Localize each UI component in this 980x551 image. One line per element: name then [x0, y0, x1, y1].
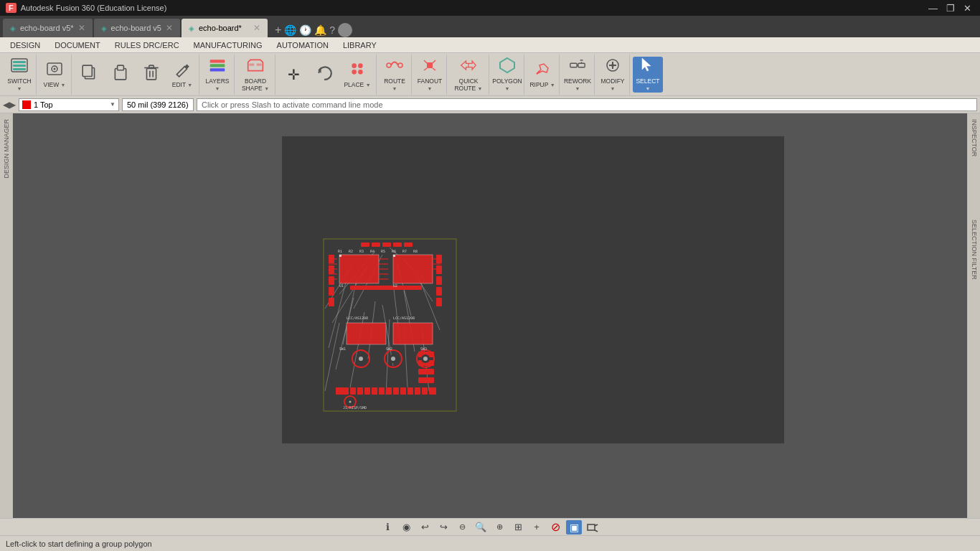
svg-rect-76 — [436, 265, 442, 274]
left-panel: DESIGN MANAGER — [0, 113, 13, 518]
polygon-label: POLYGON ▼ — [492, 77, 522, 92]
layer-color-box — [22, 100, 31, 109]
zoom-in-button[interactable]: ⊕ — [491, 520, 507, 534]
svg-rect-17 — [210, 64, 225, 67]
svg-text:U1: U1 — [339, 283, 344, 288]
more-options-button[interactable] — [585, 520, 600, 534]
rotate-button[interactable] — [309, 57, 339, 93]
svg-rect-10 — [118, 65, 124, 70]
svg-text:R5: R5 — [381, 249, 385, 253]
edit-label: EDIT ▼ — [172, 81, 193, 88]
delete-button[interactable] — [136, 57, 166, 93]
history-icon[interactable]: 🕐 — [299, 24, 311, 36]
move-button[interactable]: ✛ — [278, 57, 308, 93]
select-button[interactable]: SELECT ▼ — [633, 57, 663, 93]
modify-button[interactable]: MODIFY ▼ — [598, 57, 628, 93]
main-area: DESIGN MANAGER — [0, 113, 980, 518]
svg-rect-137 — [588, 524, 595, 530]
svg-rect-78 — [436, 287, 442, 296]
select-area-button[interactable]: ▣ — [566, 520, 582, 534]
info-button[interactable]: ℹ — [380, 520, 395, 534]
svg-text:R6: R6 — [392, 249, 396, 253]
zoom-fit-button[interactable]: ⊖ — [454, 520, 470, 534]
redo-button[interactable]: ↪ — [435, 520, 451, 534]
zoom-out-button[interactable]: 🔍 — [473, 520, 489, 534]
edit-icon — [174, 60, 191, 80]
tab-close-1[interactable]: ✕ — [78, 23, 85, 33]
selection-filter-label[interactable]: SELECTION FILTER — [969, 217, 979, 283]
svg-rect-95 — [429, 387, 436, 395]
add-tab-button[interactable]: + — [275, 24, 281, 37]
close-button[interactable]: ✕ — [961, 3, 974, 14]
grid-button[interactable]: ⊞ — [510, 520, 526, 534]
tab-icon-1: ◈ — [10, 24, 16, 32]
svg-line-35 — [537, 71, 540, 74]
svg-line-29 — [424, 60, 427, 63]
visibility-button[interactable]: ◉ — [398, 520, 414, 534]
menu-library[interactable]: LIBRARY — [336, 39, 384, 51]
layer-arrows[interactable]: ◀▶ — [3, 100, 16, 110]
add-button[interactable]: + — [529, 520, 545, 534]
restore-button[interactable]: ❐ — [943, 3, 958, 14]
tab-close-2[interactable]: ✕ — [166, 23, 173, 33]
menu-manufacturing[interactable]: MANUFACTURING — [187, 39, 270, 51]
paste-button[interactable] — [105, 57, 136, 93]
command-input[interactable]: Click or press Slash to activate command… — [197, 98, 977, 111]
polygon-button[interactable]: POLYGON ▼ — [492, 57, 522, 93]
undo-button[interactable]: ↩ — [417, 520, 433, 534]
switch-icon — [11, 57, 28, 76]
ripup-group: RIPUP ▼ — [526, 55, 560, 95]
place-button[interactable]: PLACE ▼ — [340, 57, 374, 93]
quick-route-button[interactable]: QUICK ROUTE ▼ — [450, 57, 487, 93]
menu-design[interactable]: DESIGN — [3, 39, 47, 51]
board-shape-button[interactable]: BOARD SHAPE ▼ — [237, 57, 273, 93]
stop-button[interactable]: ⊘ — [547, 520, 563, 534]
layer-selector[interactable]: 1 Top ▼ — [19, 98, 119, 111]
inspector-label[interactable]: INSPECTOR — [969, 116, 979, 159]
layers-button[interactable]: LAYERS ▼ — [202, 57, 232, 93]
select-label: SELECT ▼ — [635, 77, 661, 92]
title-text: F Autodesk Fusion 360 (Education License… — [6, 3, 166, 13]
fanout-button[interactable]: FANOUT ▼ — [415, 57, 445, 93]
quick-route-label: QUICK ROUTE ▼ — [452, 77, 485, 92]
select-icon — [639, 57, 656, 76]
globe-icon[interactable]: 🌐 — [284, 24, 296, 36]
pcb-board: R1 R2 R3 R4 R5 R6 R7 R8 U1 U2 SW1 SW2 SW… — [282, 136, 784, 443]
edit-button[interactable]: EDIT ▼ — [167, 57, 197, 93]
design-manager-label[interactable]: DESIGN MANAGER — [1, 116, 11, 182]
svg-rect-79 — [436, 298, 442, 306]
svg-rect-80 — [339, 255, 379, 283]
svg-rect-82 — [350, 286, 422, 290]
view-button[interactable]: VIEW ▼ — [39, 57, 70, 93]
minimize-button[interactable]: — — [925, 3, 941, 14]
menu-automation[interactable]: AUTOMATION — [270, 39, 336, 51]
user-avatar[interactable] — [338, 23, 352, 37]
menu-rules-drc[interactable]: RULES DRC/ERC — [108, 39, 187, 51]
svg-point-110 — [423, 357, 428, 361]
help-icon[interactable]: ? — [329, 24, 335, 36]
canvas-area[interactable]: R1 R2 R3 R4 R5 R6 R7 R8 U1 U2 SW1 SW2 SW… — [13, 113, 967, 518]
ripup-button[interactable]: RIPUP ▼ — [527, 57, 557, 93]
tab-close-3[interactable]: ✕ — [253, 23, 260, 33]
svg-rect-88 — [379, 387, 385, 395]
rework-button[interactable]: REWORK ▼ — [562, 57, 593, 93]
tab-echo-board-star[interactable]: ◈ echo-board* ✕ — [182, 19, 268, 37]
modify-group: MODIFY ▼ — [596, 55, 630, 95]
tab-label-3: echo-board* — [199, 24, 242, 32]
tab-echo-board-v5[interactable]: ◈ echo-board v5 ✕ — [94, 19, 180, 37]
switch-button[interactable]: SWITCH ▼ — [4, 57, 34, 93]
notification-icon[interactable]: 🔔 — [314, 24, 326, 36]
copy-button[interactable] — [75, 57, 105, 93]
route-button[interactable]: ROUTE ▼ — [380, 57, 410, 93]
rotate-icon — [316, 65, 333, 84]
view-icon — [46, 60, 63, 80]
polygon-icon — [499, 57, 516, 76]
svg-line-30 — [433, 60, 435, 63]
svg-rect-92 — [407, 387, 413, 395]
menu-document[interactable]: DOCUMENT — [47, 39, 108, 51]
svg-marker-34 — [500, 58, 514, 72]
tab-echo-board-v5-star[interactable]: ◈ echo-board v5* ✕ — [3, 19, 93, 37]
app-title: Autodesk Fusion 360 (Education License) — [21, 4, 167, 12]
tab-label-2: echo-board v5 — [111, 24, 161, 32]
window-controls: — ❐ ✕ — [925, 3, 974, 14]
